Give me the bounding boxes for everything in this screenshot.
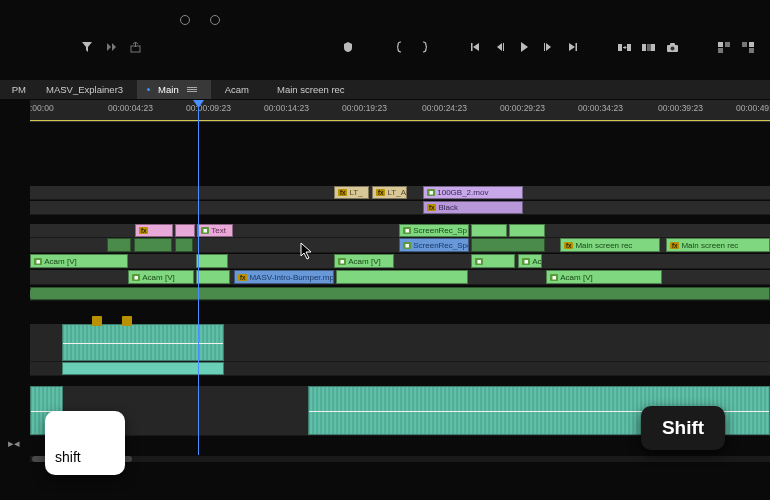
fx-badge-icon: [311, 386, 321, 387]
ruler-tick: :00:00: [30, 103, 54, 113]
fx-badge-icon: [33, 386, 43, 387]
clip[interactable]: [471, 224, 507, 237]
clip[interactable]: ■Acam [V]: [128, 270, 194, 284]
time-ruler[interactable]: :00:0000:00:04:2300:00:09:2300:00:14:230…: [30, 100, 770, 122]
clip[interactable]: [62, 362, 224, 375]
shield-icon[interactable]: [341, 40, 355, 54]
tab-menu-icon[interactable]: [187, 87, 197, 92]
bracket-close-icon[interactable]: [417, 40, 431, 54]
clip[interactable]: ■ScreenRec_Sp: [399, 224, 469, 237]
clip[interactable]: ■100GB_2.mov: [423, 186, 523, 199]
step-forward-icon[interactable]: [541, 40, 555, 54]
video-track[interactable]: fx■Text■ScreenRec_Sp: [30, 224, 770, 238]
video-track[interactable]: ■ScreenRec_SpefxMain screen recfxMain sc…: [30, 238, 770, 253]
ruler-tick: 00:00:09:23: [186, 103, 231, 113]
bracket-open-icon[interactable]: [393, 40, 407, 54]
tab-label: Main: [158, 84, 179, 95]
keyframe-dot[interactable]: [210, 15, 220, 25]
insert-icon[interactable]: [617, 40, 631, 54]
video-track[interactable]: fxBlack: [30, 201, 770, 215]
clip[interactable]: [107, 238, 131, 252]
camera-icon[interactable]: [665, 40, 679, 54]
clip[interactable]: [134, 238, 172, 252]
fx-badge-icon: fx: [564, 242, 573, 249]
keystroke-indicator-shift: shift: [45, 411, 125, 475]
export-icon[interactable]: [128, 40, 142, 54]
overwrite-icon[interactable]: [641, 40, 655, 54]
video-track[interactable]: ■Acam [V]fxMASV-Intro-Bumper.mp4■Acam [V…: [30, 270, 770, 285]
clip[interactable]: fxMASV-Intro-Bumper.mp4: [234, 270, 334, 284]
clip[interactable]: ■Text: [197, 224, 233, 237]
clip[interactable]: [196, 254, 228, 268]
sequence-marker[interactable]: [336, 290, 344, 298]
filter-icon[interactable]: [80, 40, 94, 54]
clip-label: Acam [V]: [560, 273, 592, 282]
clip[interactable]: [175, 238, 193, 252]
goto-start-icon[interactable]: [469, 40, 483, 54]
svg-rect-17: [749, 42, 754, 47]
svg-rect-5: [618, 44, 622, 51]
clip[interactable]: [175, 224, 195, 237]
audio-track[interactable]: [30, 362, 770, 376]
clip[interactable]: ■ScreenRec_Spe: [399, 238, 469, 252]
sequence-marker[interactable]: [510, 290, 518, 298]
clip[interactable]: fxLT_Al: [372, 186, 407, 199]
panel-icon-2[interactable]: [741, 40, 755, 54]
fx-badge-icon: fx: [376, 189, 385, 196]
clip-label: Main screen rec: [575, 241, 632, 250]
clip[interactable]: fxBlack: [423, 201, 523, 214]
svg-rect-16: [742, 42, 747, 47]
clip-label: LT_: [349, 188, 362, 197]
clip[interactable]: [471, 238, 545, 252]
svg-rect-11: [670, 43, 675, 46]
clip-label: MASV-Intro-Bumper.mp4: [249, 273, 334, 282]
panel-icon-1[interactable]: [717, 40, 731, 54]
fx-badge-icon: [122, 316, 132, 326]
clip[interactable]: fxLT_: [334, 186, 369, 199]
tab-main-screen-rec[interactable]: Main screen rec: [263, 80, 359, 99]
sequence-marker[interactable]: [548, 290, 556, 298]
keyframe-dot[interactable]: [180, 15, 190, 25]
step-back-icon[interactable]: [493, 40, 507, 54]
keystroke-indicator-shift-alt: Shift: [641, 406, 725, 450]
clip[interactable]: [509, 224, 545, 237]
clip[interactable]: ■Aca: [518, 254, 542, 268]
play-forward-icon[interactable]: [104, 40, 118, 54]
svg-rect-1: [471, 43, 473, 51]
clip-label: ScreenRec_Spe: [413, 241, 469, 250]
clip[interactable]: fxMain screen rec: [560, 238, 660, 252]
clip[interactable]: [30, 287, 770, 300]
tab-masv-explainer[interactable]: MASV_Explainer3: [32, 80, 137, 99]
video-track[interactable]: fxLT_fxLT_Al■100GB_2.mov: [30, 186, 770, 200]
clip[interactable]: ■Acam [V]: [30, 254, 128, 268]
tab-acam[interactable]: Acam: [211, 80, 263, 99]
play-icon[interactable]: [517, 40, 531, 54]
expand-tracks-icon[interactable]: ▸◂: [8, 437, 20, 450]
mogrt-badge-icon: ■: [403, 242, 411, 249]
sequence-marker[interactable]: [230, 290, 238, 298]
fx-badge-icon: [92, 316, 102, 326]
clip[interactable]: ■Acam [V]: [546, 270, 662, 284]
clip-label: Main screen rec: [681, 241, 738, 250]
audio-track[interactable]: [30, 324, 770, 362]
audio-gain-line[interactable]: [63, 343, 223, 344]
video-track[interactable]: ■Acam [V]■Acam [V]■■Aca: [30, 254, 770, 269]
sequence-marker[interactable]: [130, 290, 138, 298]
clip[interactable]: [62, 324, 224, 361]
clip[interactable]: [336, 270, 468, 284]
clip[interactable]: fx: [135, 224, 173, 237]
tab-main[interactable]: Main: [137, 80, 211, 99]
mogrt-badge-icon: ■: [201, 227, 209, 234]
sequence-marker[interactable]: [30, 290, 38, 298]
clip[interactable]: fxMain screen rec: [666, 238, 770, 252]
clip[interactable]: [196, 270, 230, 284]
playhead[interactable]: [198, 100, 199, 455]
goto-end-icon[interactable]: [565, 40, 579, 54]
clip[interactable]: ■Acam [V]: [334, 254, 394, 268]
horizontal-scrollbar[interactable]: [30, 456, 770, 462]
clip[interactable]: ■: [471, 254, 515, 268]
audio-track[interactable]: [30, 287, 770, 301]
mogrt-badge-icon: ■: [34, 258, 42, 265]
work-area-bar[interactable]: [30, 120, 770, 122]
svg-rect-15: [718, 48, 723, 53]
